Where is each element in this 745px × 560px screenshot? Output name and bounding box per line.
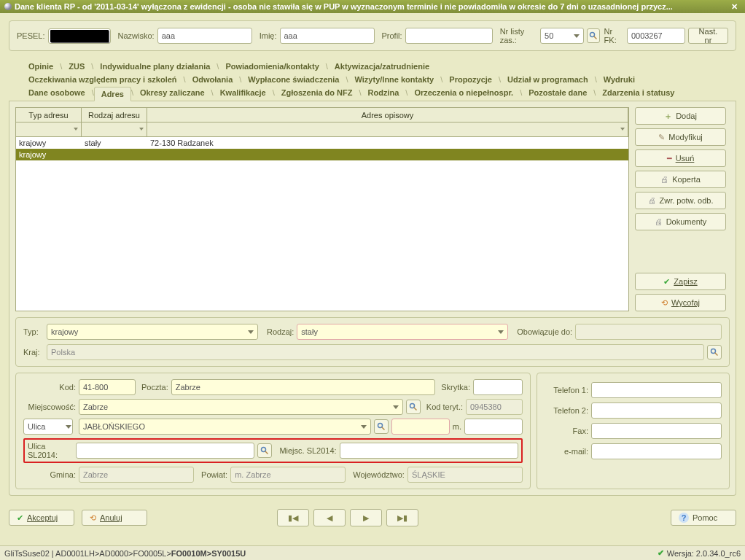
powiat-field <box>230 467 346 483</box>
tel2-label: Telefon 2: <box>545 406 588 415</box>
wersja-label: Wersja: <box>667 549 694 558</box>
ulicasl-search-icon[interactable] <box>257 443 272 458</box>
tab-orzeczenia-o-niepełnospr-[interactable]: Orzeczenia o niepełnospr. <box>407 86 520 101</box>
tab-okresy-zaliczane[interactable]: Okresy zaliczane <box>133 86 211 101</box>
tab-odwołania[interactable]: Odwołania <box>186 73 240 86</box>
koperta-button[interactable]: 🖨Koperta <box>635 171 726 188</box>
tab-zdarzenia-i-statusy[interactable]: Zdarzenia i statusy <box>596 86 681 101</box>
m-field[interactable] <box>464 419 523 435</box>
tab-udział-w-programach[interactable]: Udział w programach <box>501 73 595 86</box>
table-row[interactable]: krajowy <box>16 149 628 160</box>
kodteryt-field <box>466 399 523 415</box>
modyfikuj-button[interactable]: ✎Modyfikuj <box>635 128 726 146</box>
nav-last-button[interactable]: ▶▮ <box>386 509 418 526</box>
gmina-label: Gmina: <box>23 470 76 479</box>
powiat-label: Powiat: <box>201 470 227 479</box>
tab-wydruki[interactable]: Wydruki <box>597 73 641 86</box>
status-ok-icon: ✔ <box>658 548 664 558</box>
anuluj-button[interactable]: ⟲Anuluj <box>82 510 147 526</box>
kraj-label: Kraj: <box>23 348 44 357</box>
fax-label: Fax: <box>545 427 588 435</box>
column-filter[interactable] <box>82 122 147 137</box>
woj-field <box>407 467 523 483</box>
column-filter[interactable] <box>147 122 628 137</box>
tel2-field[interactable] <box>591 402 722 419</box>
tab-adres[interactable]: Adres <box>94 87 131 101</box>
miejscowosc-search-icon[interactable] <box>406 400 421 414</box>
wycofaj-button[interactable]: ⟲Wycofaj <box>635 294 726 311</box>
skrytka-field[interactable] <box>473 379 523 395</box>
nr-field[interactable] <box>391 419 450 435</box>
nazwisko-field[interactable] <box>157 28 252 44</box>
contact-panel: Telefon 1: Telefon 2: Fax: e-mail: <box>537 373 730 489</box>
nastnr-button[interactable]: Nast. nr <box>688 28 728 44</box>
nrlisty-field[interactable] <box>540 28 584 44</box>
column-header[interactable]: Rodzaj adresu <box>82 108 147 122</box>
poczta-label: Poczta: <box>141 383 168 392</box>
fax-field[interactable] <box>591 423 722 439</box>
address-table: Typ adresuRodzaj adresuAdres opisowy kra… <box>15 107 629 311</box>
tab-wizyty-inne-kontakty[interactable]: Wizyty/Inne kontakty <box>348 73 441 86</box>
close-icon[interactable]: ✕ <box>728 2 741 12</box>
nrfk-field[interactable] <box>627 28 685 44</box>
ulica-select[interactable] <box>79 419 371 435</box>
kod-field[interactable] <box>79 379 136 395</box>
ulica-search-icon[interactable] <box>374 419 389 434</box>
pomoc-button[interactable]: ?Pomoc <box>671 510 736 526</box>
miejscsl-field[interactable] <box>340 443 518 459</box>
kraj-search-icon[interactable] <box>707 345 722 359</box>
tab-powiadomienia-kontakty[interactable]: Powiadomienia/kontakty <box>219 60 325 73</box>
ulicasl-label: Ulica SL2014: <box>28 442 73 459</box>
ulica-type-select[interactable] <box>23 419 73 435</box>
tab-wypłacone-świadczenia[interactable]: Wypłacone świadczenia <box>241 73 346 86</box>
dokumenty-button[interactable]: 🖨Dokumenty <box>635 213 726 230</box>
column-filter[interactable] <box>16 122 82 137</box>
poczta-field[interactable] <box>171 379 436 395</box>
tab-oczekiwania-względem-pracy-i-szkoleń[interactable]: Oczekiwania względem pracy i szkoleń <box>22 73 184 86</box>
tab-opinie[interactable]: Opinie <box>22 60 60 73</box>
nav-prev-button[interactable]: ◀ <box>313 509 346 526</box>
table-cell: krajowy <box>16 150 82 159</box>
miejscowosc-label: Miejscowość: <box>23 402 76 411</box>
tab-dane-osobowe[interactable]: Dane osobowe <box>22 86 92 101</box>
typ-select[interactable] <box>47 324 258 340</box>
tab-kwalifikacje[interactable]: Kwalifikacje <box>214 86 273 101</box>
akceptuj-button[interactable]: ✔Akceptuj <box>9 510 74 526</box>
miejscowosc-select[interactable] <box>79 399 403 415</box>
usun-button[interactable]: ━Usuń <box>635 149 726 167</box>
profil-field[interactable] <box>405 28 493 44</box>
address-detail-panel: Kod: Poczta: Skrytka: Miejscowość: Kod t… <box>15 373 531 489</box>
nav-next-button[interactable]: ▶ <box>350 509 382 526</box>
dodaj-button[interactable]: ＋Dodaj <box>635 107 726 125</box>
table-cell: krajowy <box>16 139 82 147</box>
tab-propozycje[interactable]: Propozycje <box>442 73 499 86</box>
column-header[interactable]: Typ adresu <box>16 108 82 122</box>
header-panel: PESEL: Nazwisko: Imię: Profil: Nr listy … <box>9 20 736 51</box>
rodzaj-select[interactable] <box>297 324 508 340</box>
m-label: m. <box>453 422 461 431</box>
pesel-field[interactable] <box>50 30 109 42</box>
zapisz-button[interactable]: ✔Zapisz <box>635 273 726 290</box>
tab-rodzina[interactable]: Rodzina <box>362 86 406 101</box>
column-header[interactable]: Adres opisowy <box>147 108 628 122</box>
tab-pozostałe-dane[interactable]: Pozostałe dane <box>522 86 593 101</box>
footer-buttons: ✔Akceptuj ⟲Anuluj ▮◀ ◀ ▶ ▶▮ ?Pomoc <box>0 503 745 532</box>
tab-zus[interactable]: ZUS <box>62 60 91 73</box>
table-row[interactable]: krajowystały72-130 Radzanek <box>16 137 628 149</box>
zwr-button[interactable]: 🖨Zwr. potw. odb. <box>635 192 726 209</box>
tel1-field[interactable] <box>591 382 722 398</box>
email-field[interactable] <box>591 443 722 459</box>
ulicasl-field[interactable] <box>76 443 254 459</box>
nrlisty-search-icon[interactable] <box>587 28 599 43</box>
miejscsl-label: Miejsc. SL2014: <box>279 446 336 455</box>
tab-indywidualne-plany-działania[interactable]: Indywidualne plany działania <box>93 60 217 73</box>
app-icon <box>4 3 12 10</box>
tab-zgłoszenia-do-nfz[interactable]: Zgłoszenia do NFZ <box>275 86 359 101</box>
nazwisko-label: Nazwisko: <box>118 31 155 40</box>
table-cell: stały <box>82 139 147 147</box>
obow-field <box>575 324 722 340</box>
tab-aktywizacja-zatrudnienie[interactable]: Aktywizacja/zatrudnienie <box>328 60 436 73</box>
svg-point-6 <box>378 424 382 428</box>
imie-field[interactable] <box>280 28 375 44</box>
nav-first-button[interactable]: ▮◀ <box>277 509 309 526</box>
